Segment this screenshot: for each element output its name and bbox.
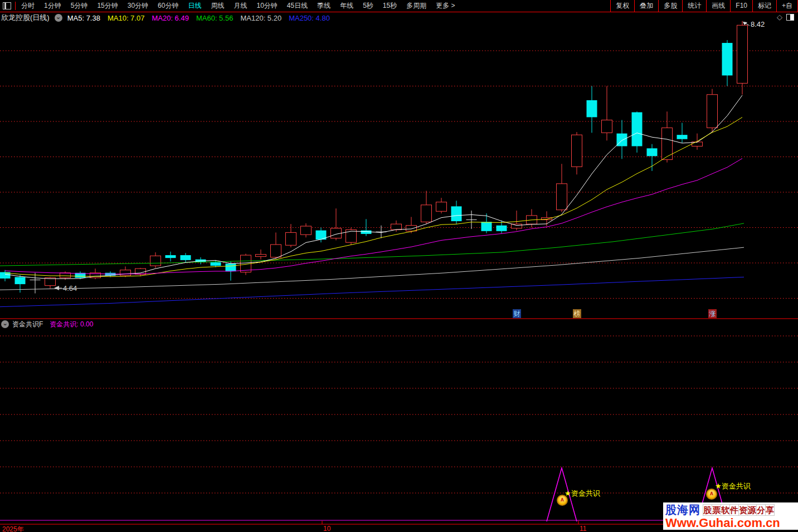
signal-label: ★资金共识 bbox=[565, 489, 600, 499]
candle-body-up bbox=[572, 135, 582, 167]
event-badge[interactable]: 涨 bbox=[708, 309, 717, 318]
split-layout-icon[interactable] bbox=[786, 14, 794, 21]
ma-line-MA60 bbox=[0, 223, 744, 266]
watermark-tagline: 股票软件资源分享 bbox=[703, 504, 775, 516]
candle-body-up bbox=[60, 273, 71, 278]
coin-icon: ∧ bbox=[557, 495, 568, 506]
watermark-row1: 股海网 股票软件资源分享 bbox=[665, 503, 796, 517]
watermark-url: Www.Guhai.com.cn bbox=[665, 517, 796, 529]
chevron-down-icon[interactable]: ⌄ bbox=[1, 320, 9, 328]
period-item[interactable]: 10分钟 bbox=[256, 1, 277, 11]
candle-body-up bbox=[45, 278, 56, 286]
period-item[interactable]: 1分钟 bbox=[44, 1, 61, 11]
tool-button[interactable]: F10 bbox=[731, 0, 753, 12]
candle-body-down bbox=[497, 226, 507, 231]
candle-body-down bbox=[617, 134, 627, 147]
candle-body-down bbox=[181, 255, 191, 260]
candle-body-down bbox=[587, 100, 597, 117]
candle-body-up bbox=[286, 232, 296, 245]
watermark-tagline-char: 分 bbox=[756, 504, 766, 516]
watermark: 股海网 股票软件资源分享 Www.Guhai.com.cn bbox=[663, 502, 798, 530]
candle-body-up bbox=[391, 224, 402, 230]
candle-body-up bbox=[707, 95, 718, 128]
axis-tick-label: 10 bbox=[323, 525, 330, 532]
candle-body-down bbox=[451, 206, 462, 221]
candle-body-down bbox=[226, 263, 236, 271]
toolbar-separator bbox=[15, 2, 16, 10]
period-item[interactable]: 年线 bbox=[340, 1, 353, 11]
watermark-site-logo: 股海网 bbox=[665, 502, 700, 518]
event-badge[interactable]: 财 bbox=[513, 309, 521, 318]
period-item[interactable]: 周线 bbox=[211, 1, 224, 11]
candle-body-up bbox=[436, 202, 447, 212]
period-item[interactable]: 5分钟 bbox=[71, 1, 88, 11]
ma-label: MA20: 6.49 bbox=[152, 14, 189, 22]
ma-line-MA120 bbox=[0, 247, 744, 290]
candle-body-down bbox=[722, 43, 733, 75]
watermark-tagline-char: 软 bbox=[721, 504, 730, 516]
candle-body-up bbox=[346, 230, 357, 242]
ma-label: MA10: 7.07 bbox=[108, 14, 145, 22]
period-item[interactable]: 15分钟 bbox=[97, 1, 118, 11]
tool-button[interactable]: 多股 bbox=[659, 0, 683, 12]
watermark-tagline-char: 资 bbox=[738, 504, 748, 516]
period-item[interactable]: 分时 bbox=[21, 1, 35, 11]
candle-body-down bbox=[677, 135, 688, 139]
indicator-name[interactable]: 资金共识F bbox=[12, 320, 43, 329]
high-price-callout: 8.42 bbox=[751, 20, 765, 28]
period-item[interactable]: 多周期 bbox=[406, 1, 426, 11]
diamond-icon[interactable]: ◇ bbox=[777, 13, 782, 21]
ma-label: MA120: 5.20 bbox=[240, 14, 281, 22]
period-item[interactable]: 更多 > bbox=[436, 1, 455, 11]
stock-header: 欣龙控股(日线) ⌄ MA5: 7.38MA10: 7.07MA20: 6.49… bbox=[1, 13, 330, 23]
candle-body-up bbox=[301, 226, 312, 235]
tool-button[interactable]: 画线 bbox=[707, 0, 731, 12]
trading-app-window: { "toolbar": { "periods": ["分时","1分钟","5… bbox=[0, 0, 798, 532]
candle-body-up bbox=[737, 25, 748, 83]
candle-body-down bbox=[166, 255, 176, 258]
period-item[interactable]: 60分钟 bbox=[158, 1, 178, 11]
ma-label: MA5: 7.38 bbox=[67, 14, 100, 22]
toolbar-tools: 复权叠加多股统计画线F10标记+自 bbox=[610, 0, 798, 12]
candle-body-up bbox=[406, 226, 417, 231]
signal-label: ★资金共识 bbox=[715, 481, 751, 491]
candle-body-up bbox=[421, 205, 432, 222]
chevron-down-icon[interactable]: ⌄ bbox=[55, 14, 62, 22]
period-item[interactable]: 45日线 bbox=[287, 1, 308, 11]
tool-button[interactable]: 统计 bbox=[683, 0, 707, 12]
candlestick-chart-canvas[interactable] bbox=[0, 0, 798, 532]
event-badge[interactable]: 榜 bbox=[573, 309, 581, 318]
low-callout-arrowhead bbox=[54, 286, 59, 290]
candle-body-down bbox=[15, 277, 26, 284]
high-callout-arrowhead bbox=[743, 22, 747, 25]
candle-body-up bbox=[120, 270, 131, 276]
axis-tick-label: 2025年 bbox=[2, 525, 24, 532]
period-item[interactable]: 季线 bbox=[317, 1, 330, 11]
ma-label: MA250: 4.80 bbox=[289, 14, 330, 22]
ma-line-MA20 bbox=[5, 158, 742, 274]
tool-button[interactable]: +自 bbox=[777, 0, 798, 12]
period-item[interactable]: 日线 bbox=[188, 1, 201, 11]
period-item[interactable]: 月线 bbox=[233, 1, 247, 11]
indicator-header: ⌄ 资金共识F 资金共识: 0.00 bbox=[1, 320, 93, 329]
candle-body-down bbox=[632, 112, 643, 146]
axis-tick-label: 11 bbox=[580, 525, 586, 532]
tool-button[interactable]: 标记 bbox=[753, 0, 777, 12]
watermark-tagline-char: 享 bbox=[765, 504, 775, 516]
watermark-tagline-char: 股 bbox=[703, 504, 712, 516]
candle-body-down bbox=[647, 148, 658, 156]
tool-button[interactable]: 复权 bbox=[611, 0, 635, 12]
watermark-tagline-char: 件 bbox=[729, 504, 739, 516]
tool-button[interactable]: 叠加 bbox=[635, 0, 659, 12]
corner-icons: ◇ bbox=[777, 13, 794, 21]
candle-body-up bbox=[602, 120, 612, 133]
candle-body-up bbox=[150, 256, 161, 266]
candle-body-up bbox=[271, 245, 281, 257]
candle-body-down bbox=[211, 262, 221, 266]
ma-value-readout: MA5: 7.38MA10: 7.07MA20: 6.49MA60: 5.56M… bbox=[67, 14, 330, 22]
period-item[interactable]: 30分钟 bbox=[128, 1, 148, 11]
period-item[interactable]: 15秒 bbox=[383, 1, 397, 11]
candle-body-up bbox=[512, 224, 522, 228]
window-toggle-icon[interactable] bbox=[3, 2, 11, 9]
period-item[interactable]: 5秒 bbox=[363, 1, 373, 11]
